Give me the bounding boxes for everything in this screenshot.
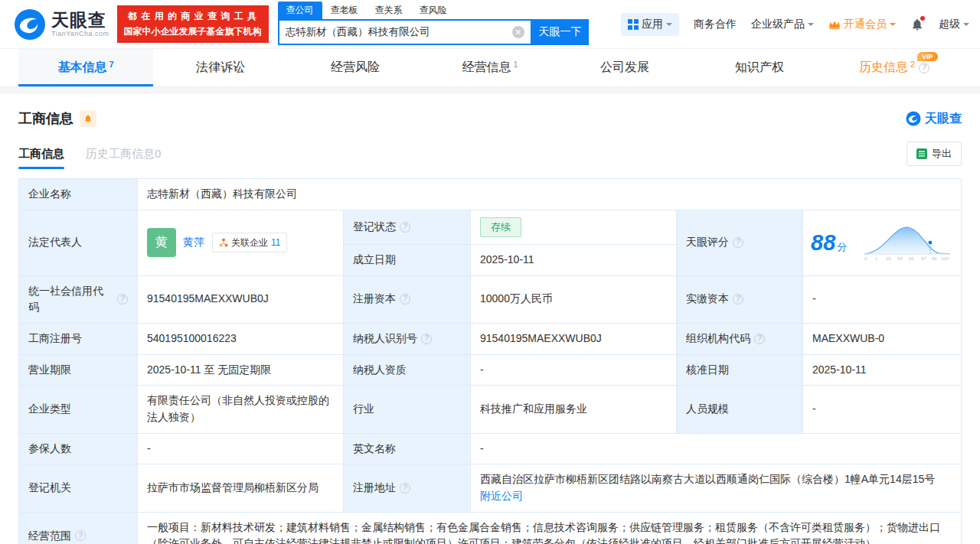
chevron-down-icon (890, 23, 896, 29)
tab-operating-risk[interactable]: 经营风险 (288, 49, 423, 86)
tab-legal-proceedings[interactable]: 法律诉讼 (153, 49, 288, 86)
nav-open-vip[interactable]: 开通会员 (828, 18, 896, 31)
notification-dot (920, 16, 925, 21)
info-icon (421, 334, 432, 344)
field-value-reg-address: 西藏自治区拉萨市柳梧新区团结路以南察古大道以西顺通岗仁国际（综合楼）1幢A单元1… (471, 464, 962, 512)
search-area: 查公司 查老板 查关系 查风险 ✕ 天眼一下 (278, 3, 589, 45)
field-value-paid-capital: - (803, 276, 962, 324)
tianyan-score-cell[interactable]: 88分 0 1 15 50 65 (803, 210, 962, 276)
tianyancha-logo[interactable]: 天眼查 TianYanCha.com (14, 8, 109, 41)
search-input-wrapper: ✕ (278, 19, 532, 45)
related-companies-count: 11 (271, 236, 280, 250)
company-section-tabs: 基本信息 7 法律诉讼 经营风险 经营信息 1 公司发展 知识产权 VIP 历史… (0, 49, 980, 87)
tab-count: 7 (109, 60, 113, 69)
svg-text:1: 1 (875, 256, 878, 261)
tab-label: 历史信息 (859, 60, 908, 76)
business-info-table: 企业名称 志特新材（西藏）科技有限公司 法定代表人 黄 黄萍 关联企业 11 登… (18, 178, 962, 544)
score-distribution-chart: 0 1 15 50 65 97 99 100 (863, 223, 953, 262)
notification-bell-icon[interactable] (910, 18, 924, 31)
field-label-reg-status: 登记状态 (344, 210, 471, 245)
legal-rep-cell: 黄 黄萍 关联企业 11 (138, 210, 344, 276)
tab-count: 2 (910, 60, 915, 69)
promo-line1: 都 在 用 的 商 业 查 询 工 具 (124, 9, 262, 24)
svg-text:100: 100 (941, 256, 949, 261)
export-button[interactable]: 导出 (906, 142, 962, 166)
apps-menu[interactable]: 应用 (621, 13, 679, 36)
field-value-business-term: 2025-10-11 至 无固定期限 (138, 355, 344, 386)
field-value-establish-date: 2025-10-11 (471, 245, 677, 276)
info-icon (400, 222, 410, 233)
tab-label: 知识产权 (735, 60, 784, 76)
info-icon (75, 530, 86, 541)
field-value-english-name: - (471, 434, 962, 465)
subtab-history-business-info[interactable]: 历史工商信息0 (86, 147, 161, 169)
enterprise-label: 企业级产品 (751, 18, 805, 31)
tab-history-info[interactable]: VIP 历史信息 2 (827, 49, 962, 86)
field-value-credit-code: 91540195MAEXXWUB0J (138, 276, 344, 324)
field-value-taxpayer-id: 91540195MAEXXWUB0J (471, 324, 677, 355)
search-tab-company[interactable]: 查公司 (278, 2, 322, 19)
nav-business-cooperation[interactable]: 商务合作 (694, 18, 737, 31)
tab-count: 1 (513, 60, 518, 69)
tab-label: 基本信息 (57, 60, 106, 76)
org-chart-icon (219, 238, 228, 247)
field-label-insured-count: 参保人数 (19, 434, 138, 465)
address-text: 西藏自治区拉萨市柳梧新区团结路以南察古大道以西顺通岗仁国际（综合楼）1幢A单元1… (480, 471, 952, 488)
watermark-label: 天眼查 (925, 111, 962, 127)
info-icon (400, 294, 410, 305)
field-value-company-name: 志特新材（西藏）科技有限公司 (138, 179, 962, 210)
info-icon (919, 63, 929, 73)
apps-label: 应用 (642, 18, 663, 31)
chevron-down-icon (963, 23, 969, 29)
search-tab-boss[interactable]: 查老板 (322, 2, 367, 19)
search-button[interactable]: 天眼一下 (532, 19, 589, 45)
related-companies-tag[interactable]: 关联企业 11 (212, 233, 287, 253)
clear-icon[interactable]: ✕ (512, 26, 524, 38)
tab-intellectual-property[interactable]: 知识产权 (692, 49, 827, 86)
brand-name: 天眼查 (51, 11, 109, 29)
crown-icon (828, 20, 841, 29)
field-value-insured-count: - (138, 434, 344, 465)
score-value: 88分 (811, 226, 847, 260)
nav-super-vip[interactable]: 超级 (939, 18, 969, 31)
vip-label: 开通会员 (844, 18, 887, 31)
tab-basic-info[interactable]: 基本信息 7 (18, 49, 153, 86)
tab-company-development[interactable]: 公司发展 (557, 49, 692, 86)
tab-label: 公司发展 (600, 60, 649, 76)
subtab-business-info[interactable]: 工商信息 (18, 147, 64, 169)
field-value-reg-status: 存续 (471, 210, 677, 245)
field-label-company-name: 企业名称 (19, 179, 138, 210)
search-input[interactable] (286, 27, 512, 38)
tianyancha-watermark-icon (906, 111, 921, 126)
search-tab-relation[interactable]: 查关系 (367, 2, 411, 19)
field-label-staff-size: 人员规模 (677, 386, 803, 433)
nav-enterprise-products[interactable]: 企业级产品 (751, 18, 814, 31)
search-tab-risk[interactable]: 查风险 (411, 2, 456, 19)
field-label-english-name: 英文名称 (344, 434, 471, 465)
related-companies-label: 关联企业 (231, 236, 268, 250)
brand-domain: TianYanCha.com (51, 30, 109, 37)
super-vip-label: 超级 (939, 18, 960, 31)
nearby-companies-link[interactable]: 附近公司 (480, 490, 523, 502)
field-value-reg-number: 540195100016223 (138, 324, 344, 355)
field-label-credit-code: 统一社会信用代码 (19, 276, 138, 324)
field-label-industry: 行业 (344, 386, 471, 433)
field-label-reg-capital: 注册资本 (344, 276, 471, 324)
info-icon (400, 483, 410, 494)
tab-operating-info[interactable]: 经营信息 1 (423, 49, 557, 86)
field-label-org-code: 组织机构代码 (677, 324, 803, 355)
subscribe-bell-icon[interactable] (80, 110, 96, 127)
field-value-reg-authority: 拉萨市市场监督管理局柳梧新区分局 (138, 464, 344, 512)
field-label-company-type: 企业类型 (19, 386, 138, 433)
legal-rep-name-link[interactable]: 黄萍 (183, 234, 204, 251)
top-header: 天眼查 TianYanCha.com 都 在 用 的 商 业 查 询 工 具 国… (0, 0, 980, 49)
svg-text:15: 15 (886, 256, 891, 261)
promo-banner: 都 在 用 的 商 业 查 询 工 具 国家中小企业发展子基金旗下机构 (117, 5, 269, 44)
field-label-reg-number: 工商注册号 (19, 324, 138, 355)
info-icon (733, 294, 743, 305)
field-label-business-scope: 经营范围 (19, 513, 138, 544)
apps-grid-icon (628, 19, 639, 30)
legal-rep-avatar[interactable]: 黄 (147, 228, 176, 257)
section-title: 工商信息 (18, 109, 74, 128)
tianyancha-watermark: 天眼查 (906, 111, 962, 127)
